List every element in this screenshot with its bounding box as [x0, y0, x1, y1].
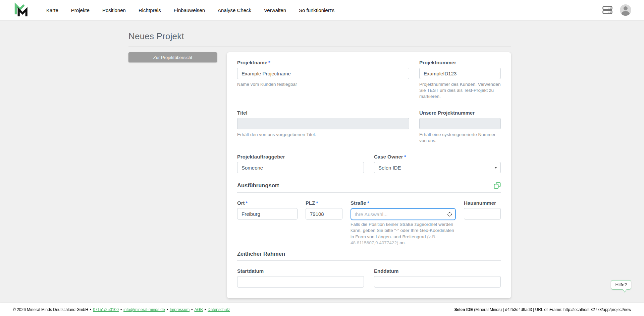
hausnummer-input[interactable] [464, 208, 501, 219]
nav-item-verwalten[interactable]: Verwalten [264, 7, 286, 13]
field-unsere-projektnummer: Unsere Projektnummer Erhält eine systemg… [419, 110, 501, 144]
ort-label-text: Ort [237, 200, 245, 206]
ort-label: Ort* [237, 200, 298, 206]
strasse-hint: Falls die Position keiner Straße zugeord… [351, 222, 456, 246]
chevron-down-icon [494, 167, 497, 169]
field-strasse: Straße* [351, 200, 456, 220]
ausfuehrungsort-heading: Ausführungsort [237, 182, 279, 189]
titel-label: Titel [237, 110, 409, 116]
plz-input[interactable] [306, 208, 342, 219]
field-hausnummer: Hausnummer [464, 200, 501, 220]
projektname-label: Projektname* [237, 60, 409, 65]
ort-input[interactable] [237, 208, 298, 219]
strasse-label-text: Straße [351, 200, 366, 206]
footer-link-phone[interactable]: 07151/250100 [93, 307, 119, 312]
page-title: Neues Projekt [128, 31, 644, 42]
case-owner-label: Case Owner* [374, 154, 501, 160]
enddatum-input[interactable] [374, 276, 501, 288]
nav-item-positionen[interactable]: Positionen [102, 7, 126, 13]
strasse-hint-main: Falls die Position keiner Straße zugeord… [351, 222, 454, 239]
copy-icon[interactable] [494, 182, 501, 189]
hausnummer-label: Hausnummer [464, 200, 501, 206]
projektname-input[interactable] [237, 68, 409, 79]
startdatum-input[interactable] [237, 276, 364, 288]
case-owner-select[interactable]: Selen IDE [374, 162, 501, 173]
field-startdatum: Startdatum [237, 268, 364, 288]
section-divider [237, 260, 501, 261]
zeitlicher-rahmen-heading: Zeitlicher Rahmen [237, 251, 285, 257]
field-projektnummer: Projektnummer Projektnummer des Kunden. … [419, 60, 501, 100]
main-nav: Karte Projekte Positionen Richtpreis Ein… [46, 7, 334, 13]
server-icon[interactable] [602, 6, 612, 14]
nav-item-richtpreis[interactable]: Richtpreis [139, 7, 161, 13]
help-button[interactable]: Hilfe? [611, 280, 631, 290]
projektname-hint: Name vom Kunden festlegbar [237, 81, 409, 87]
left-column: Zur Projektübersicht [128, 52, 217, 62]
new-project-form-card: Projektname* Name vom Kunden festlegbar … [227, 52, 511, 298]
loading-spinner-icon [447, 212, 452, 216]
required-marker: * [404, 154, 406, 160]
top-navigation-bar: Karte Projekte Positionen Richtpreis Ein… [0, 0, 644, 20]
session-details: (Mineral Minds) | d4253d4d9ad3 | URL of … [473, 307, 631, 312]
footer: © 2026 Mineral Minds Deutschland GmbH • … [0, 303, 644, 316]
field-ort: Ort* [237, 200, 298, 220]
unsere-projektnummer-hint: Erhält eine systemgenerierte Nummer von … [419, 132, 501, 144]
field-case-owner: Case Owner* Selen IDE [374, 154, 501, 173]
required-marker: * [268, 60, 270, 65]
titel-input [237, 118, 409, 129]
separator-dot: • [90, 307, 91, 312]
field-projektname: Projektname* Name vom Kunden festlegbar [237, 60, 409, 100]
strasse-autocomplete-wrapper [351, 208, 456, 220]
session-user: Selen IDE [454, 307, 473, 312]
avatar-head-shape [624, 6, 628, 10]
section-divider [237, 192, 501, 193]
footer-link-email[interactable]: info@mineral-minds.de [123, 307, 165, 312]
header-actions [602, 4, 631, 16]
nav-item-projekte[interactable]: Projekte [71, 7, 90, 13]
required-marker: * [246, 200, 248, 206]
projektnummer-input[interactable] [419, 68, 501, 79]
projektauftraggeber-input[interactable] [237, 162, 364, 173]
user-avatar-icon[interactable] [620, 4, 631, 16]
separator-dot: • [120, 307, 122, 312]
separator-dot: • [167, 307, 168, 312]
separator-dot: • [205, 307, 206, 312]
field-plz: PLZ* [306, 200, 342, 220]
startdatum-label: Startdatum [237, 268, 364, 274]
plz-label-text: PLZ [306, 200, 315, 206]
session-info: Selen IDE (Mineral Minds) | d4253d4d9ad3… [454, 307, 631, 312]
footer-link-agb[interactable]: AGB [194, 307, 203, 312]
strasse-input[interactable] [355, 211, 447, 217]
projektnummer-hint: Projektnummer des Kunden. Verwenden Sie … [419, 81, 501, 100]
enddatum-label: Enddatum [374, 268, 501, 274]
back-to-project-overview-button[interactable]: Zur Projektübersicht [128, 52, 217, 62]
projektauftraggeber-label: Projektauftraggeber [237, 154, 364, 160]
unsere-projektnummer-label: Unsere Projektnummer [419, 110, 501, 116]
plz-label: PLZ* [306, 200, 342, 206]
footer-legal: © 2026 Mineral Minds Deutschland GmbH • … [13, 307, 230, 312]
required-marker: * [316, 200, 318, 206]
nav-item-so-funktionierts[interactable]: So funktioniert's [299, 7, 334, 13]
title-divider [128, 46, 511, 47]
separator-dot: • [191, 307, 193, 312]
avatar-body-shape [622, 11, 630, 16]
case-owner-selected-value: Selen IDE [378, 165, 401, 171]
strasse-label: Straße* [351, 200, 456, 206]
copyright-text: © 2026 Mineral Minds Deutschland GmbH [13, 307, 88, 312]
footer-link-impressum[interactable]: Impressum [170, 307, 190, 312]
titel-hint: Erhält den von uns vorgegebenen Titel. [237, 132, 409, 138]
case-owner-label-text: Case Owner [374, 154, 403, 160]
field-enddatum: Enddatum [374, 268, 501, 288]
nav-item-karte[interactable]: Karte [46, 7, 58, 13]
field-titel: Titel Erhält den von uns vorgegebenen Ti… [237, 110, 409, 144]
footer-link-datenschutz[interactable]: Datenschutz [208, 307, 230, 312]
field-projektauftraggeber: Projektauftraggeber [237, 154, 364, 173]
unsere-projektnummer-input [419, 118, 501, 129]
mineral-minds-logo-icon[interactable] [13, 2, 28, 18]
projektnummer-label: Projektnummer [419, 60, 501, 65]
nav-item-analyse-check[interactable]: Analyse Check [218, 7, 251, 13]
strasse-hint-end: an. [398, 240, 406, 245]
nav-item-einbauweisen[interactable]: Einbauweisen [174, 7, 205, 13]
projektname-label-text: Projektname [237, 60, 267, 65]
main-content: Neues Projekt Zur Projektübersicht Proje… [0, 20, 644, 316]
